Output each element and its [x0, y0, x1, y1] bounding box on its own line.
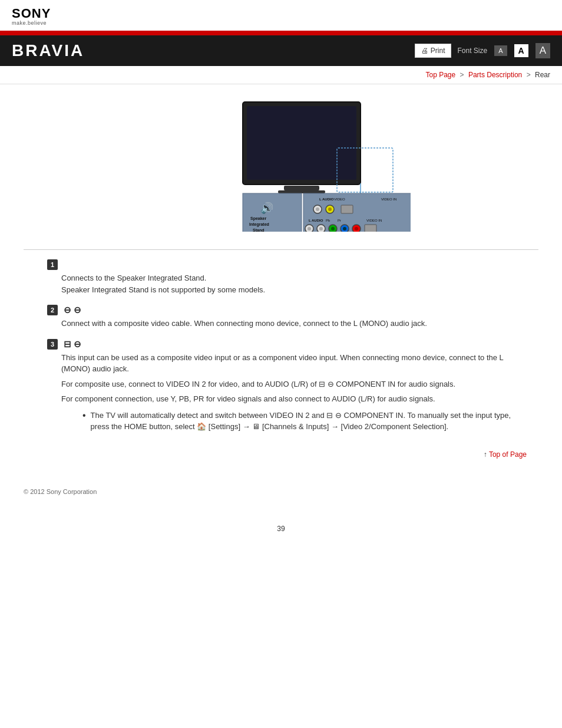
- svg-point-16: [316, 207, 319, 211]
- item-1-header: 1: [47, 259, 527, 270]
- item-3-section: 3 ⊟ ⊖ This input can be used as a compos…: [35, 339, 527, 433]
- top-of-page-link[interactable]: Top of Page: [489, 450, 527, 459]
- item-3-bullet: • The TV will automatically detect and s…: [82, 410, 527, 433]
- font-size-medium-button[interactable]: A: [514, 44, 528, 57]
- svg-point-31: [343, 227, 346, 230]
- svg-rect-1: [247, 106, 356, 180]
- item-2-content: Connect with a composite video cable. Wh…: [61, 318, 527, 330]
- svg-point-18: [328, 207, 332, 211]
- svg-point-27: [319, 227, 323, 230]
- item-1-line-1: Connects to the Speaker Integrated Stand…: [61, 272, 527, 284]
- item-3-line-2: For composite use, connect to VIDEO IN 2…: [61, 378, 527, 390]
- svg-text:Integrated: Integrated: [249, 222, 269, 227]
- item-3-header: 3 ⊟ ⊖: [47, 339, 527, 350]
- svg-rect-2: [284, 186, 319, 190]
- item-3-line-3: For component connection, use Y, PB, PR …: [61, 393, 527, 405]
- sony-logo-area: SONY make.believe: [12, 7, 550, 26]
- svg-text:VIDEO IN: VIDEO IN: [381, 197, 396, 201]
- svg-point-29: [331, 227, 335, 230]
- font-size-label: Font Size: [457, 47, 487, 55]
- title-bar: BRAVIA 🖨 Print Font Size A A A: [0, 35, 562, 66]
- divider: [24, 249, 538, 250]
- font-size-large-button[interactable]: A: [535, 43, 550, 58]
- svg-text:Pr: Pr: [338, 219, 341, 222]
- item-2-icons: ⊖ ⊖: [64, 305, 81, 315]
- item-3-content: This input can be used as a composite vi…: [61, 352, 527, 433]
- copyright-text: © 2012 Sony Corporation: [24, 488, 97, 495]
- top-of-page-arrow: ↑: [484, 450, 489, 459]
- top-of-page-area: ↑ Top of Page: [35, 450, 527, 459]
- item-1-num: 1: [47, 259, 58, 270]
- breadcrumb-top-page[interactable]: Top Page: [425, 71, 455, 79]
- item-1-line-2: Speaker Integrated Stand is not supporte…: [61, 284, 527, 296]
- svg-text:Pb: Pb: [326, 219, 330, 222]
- item-2-num: 2: [47, 305, 58, 315]
- item-3-bullet-text: The TV will automatically detect and swi…: [91, 410, 527, 433]
- item-3-line-1: This input can be used as a composite vi…: [61, 352, 527, 375]
- diagram-area: 🔊 Speaker Integrated Stand L AUDIO VIDEO…: [24, 96, 538, 238]
- item-2-line-1: Connect with a composite video cable. Wh…: [61, 318, 527, 330]
- svg-rect-19: [341, 205, 353, 213]
- svg-text:🔊: 🔊: [260, 202, 274, 215]
- tv-svg-area: 🔊 Speaker Integrated Stand L AUDIO VIDEO…: [151, 96, 411, 232]
- page-number: 39: [0, 525, 562, 545]
- svg-rect-34: [365, 225, 376, 232]
- item-1-content: Connects to the Speaker Integrated Stand…: [61, 272, 527, 295]
- breadcrumb-current: Rear: [535, 71, 550, 79]
- tv-diagram-svg: 🔊 Speaker Integrated Stand L AUDIO VIDEO…: [151, 96, 411, 232]
- item-3-icons: ⊟ ⊖: [64, 339, 81, 350]
- sony-tagline: make.believe: [12, 20, 550, 26]
- item-3-num: 3: [47, 339, 58, 350]
- item-2-header: 2 ⊖ ⊖: [47, 305, 527, 315]
- print-icon: 🖨: [421, 47, 428, 55]
- print-button[interactable]: 🖨 Print: [415, 44, 452, 58]
- item-1-section: 1 Connects to the Speaker Integrated Sta…: [35, 259, 527, 295]
- breadcrumb: Top Page > Parts Description > Rear: [0, 66, 562, 84]
- header: SONY make.believe: [0, 0, 562, 31]
- svg-text:VIDEO IN: VIDEO IN: [366, 219, 382, 222]
- breadcrumb-sep-1: >: [460, 71, 464, 79]
- svg-text:L AUDIO: L AUDIO: [309, 219, 323, 222]
- print-label: Print: [431, 47, 445, 55]
- font-size-small-button[interactable]: A: [494, 45, 507, 56]
- red-banner: [0, 31, 562, 35]
- breadcrumb-sep-2: >: [527, 71, 531, 79]
- bullet-dot: •: [82, 410, 86, 433]
- toolbar-right: 🖨 Print Font Size A A A: [415, 43, 550, 58]
- svg-text:L AUDIO: L AUDIO: [319, 197, 334, 201]
- breadcrumb-parts-description[interactable]: Parts Description: [468, 71, 522, 79]
- svg-point-33: [355, 227, 358, 230]
- footer: © 2012 Sony Corporation: [0, 482, 562, 501]
- svg-rect-3: [278, 190, 325, 193]
- content-area: 1 Connects to the Speaker Integrated Sta…: [24, 259, 538, 459]
- sony-logo: SONY: [12, 7, 550, 20]
- item-2-section: 2 ⊖ ⊖ Connect with a composite video cab…: [35, 305, 527, 330]
- svg-text:Speaker: Speaker: [250, 216, 267, 221]
- svg-text:Stand: Stand: [253, 228, 264, 232]
- bravia-title: BRAVIA: [12, 41, 84, 60]
- svg-point-25: [308, 227, 311, 230]
- main-content: 🔊 Speaker Integrated Stand L AUDIO VIDEO…: [0, 84, 562, 482]
- svg-text:VIDEO: VIDEO: [334, 197, 345, 201]
